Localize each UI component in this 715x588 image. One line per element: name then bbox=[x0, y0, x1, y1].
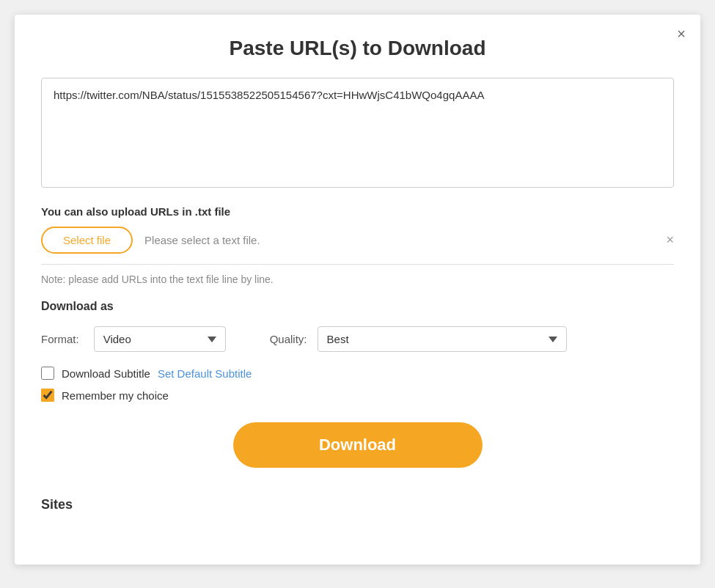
modal-title: Paste URL(s) to Download bbox=[41, 37, 674, 60]
subtitle-checkbox[interactable] bbox=[41, 367, 54, 380]
subtitle-checkbox-label: Download Subtitle bbox=[62, 367, 150, 380]
remember-checkbox-label: Remember my choice bbox=[62, 389, 169, 402]
close-button[interactable]: × bbox=[677, 26, 686, 41]
remember-checkbox-row: Remember my choice bbox=[41, 389, 674, 402]
download-as-label: Download as bbox=[41, 300, 674, 313]
select-file-button[interactable]: Select file bbox=[41, 227, 133, 254]
note-text: Note: please add URLs into the text file… bbox=[41, 273, 674, 285]
sites-footer-label: Sites bbox=[41, 497, 674, 512]
file-clear-icon[interactable]: × bbox=[666, 232, 674, 248]
remember-checkbox[interactable] bbox=[41, 389, 54, 402]
format-select[interactable]: Video Audio Image bbox=[94, 326, 226, 352]
quality-select[interactable]: Best 1080p 720p 480p 360p 240p 144p bbox=[318, 326, 567, 352]
download-button[interactable]: Download bbox=[233, 422, 483, 468]
upload-section-label: You can also upload URLs in .txt file bbox=[41, 205, 674, 218]
format-label: Format: bbox=[41, 333, 79, 345]
url-input[interactable] bbox=[41, 78, 674, 188]
set-default-subtitle-link[interactable]: Set Default Subtitle bbox=[158, 367, 252, 380]
subtitle-checkbox-row: Download Subtitle Set Default Subtitle bbox=[41, 367, 674, 380]
format-quality-row: Format: Video Audio Image Quality: Best … bbox=[41, 326, 674, 352]
quality-label: Quality: bbox=[270, 333, 307, 345]
modal-container: × Paste URL(s) to Download You can also … bbox=[15, 15, 700, 565]
file-placeholder-text: Please select a text file. bbox=[144, 234, 654, 246]
quality-group: Quality: Best 1080p 720p 480p 360p 240p … bbox=[270, 326, 567, 352]
file-upload-row: Select file Please select a text file. × bbox=[41, 227, 674, 265]
